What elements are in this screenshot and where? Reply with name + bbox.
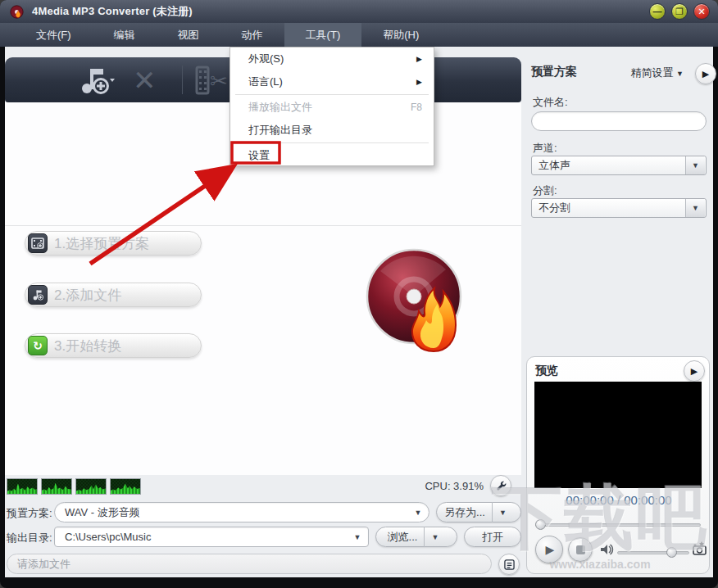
- cpu-meter-2: [41, 478, 72, 495]
- step2-add-files-button[interactable]: 2.添加文件: [25, 283, 202, 307]
- preset-film-icon: [28, 233, 48, 253]
- output-dir-row: 输出目录: C:\Users\pc\Music ▼ 浏览... ▼ 打开: [5, 527, 521, 548]
- cpu-meter-3: [75, 478, 107, 495]
- step3-start-convert-button[interactable]: ↻ 3.开始转换: [25, 333, 202, 358]
- cpu-meter-1: [7, 478, 38, 495]
- panel-collapse-button[interactable]: ▶: [695, 63, 716, 84]
- preview-panel: 预览 ▶ 00:00:00 / 00:00:00 ▶: [526, 356, 710, 574]
- output-dir-value: C:\Users\pc\Music: [55, 531, 347, 543]
- step1-label: 1.选择预置方案: [54, 234, 149, 253]
- remove-file-button[interactable]: ✕: [133, 57, 157, 102]
- play-icon: ▶: [546, 543, 555, 556]
- step1-choose-preset-button[interactable]: 1.选择预置方案: [25, 231, 202, 256]
- menu-item-settings[interactable]: 设置: [230, 144, 434, 167]
- shortcut-f8: F8: [411, 102, 422, 113]
- title-bar: 4Media MP3 Converter (未注册) — ❐ ✕: [0, 0, 718, 23]
- menu-edit[interactable]: 编辑: [93, 23, 157, 47]
- menu-item-language[interactable]: 语言(L) ▶: [230, 70, 434, 93]
- add-music-icon: [77, 64, 115, 97]
- cpu-usage-label: CPU: 3.91%: [425, 480, 484, 492]
- play-button[interactable]: ▶: [535, 536, 563, 563]
- add-note-icon: [28, 285, 48, 305]
- volume-icon: [599, 542, 614, 557]
- channel-label: 声道:: [533, 141, 557, 156]
- split-value: 不分割: [532, 201, 685, 215]
- menu-view[interactable]: 视图: [157, 23, 220, 47]
- browse-dropdown[interactable]: ▼: [424, 527, 445, 547]
- channel-select[interactable]: 立体声 ▼: [531, 156, 707, 175]
- preset-panel-header: 预置方案 精简设置 ▼ ▶: [525, 61, 713, 83]
- open-button[interactable]: 打开: [464, 527, 521, 547]
- menu-separator: [235, 94, 429, 95]
- settings-label: 设置: [248, 148, 270, 163]
- menu-item-open-output-dir[interactable]: 打开输出目录: [230, 119, 434, 142]
- chevron-down-icon: ▼: [685, 199, 705, 217]
- app-logo-icon: [10, 5, 24, 19]
- output-preset-row: 预置方案: WAV - 波形音频 ▼ 另存为... ▼: [5, 502, 521, 523]
- menu-help[interactable]: 帮助(H): [361, 23, 440, 47]
- submenu-arrow-icon: ▶: [416, 55, 422, 63]
- window-title: 4Media MP3 Converter (未注册): [32, 4, 193, 19]
- split-select[interactable]: 不分割 ▼: [531, 198, 707, 218]
- seek-slider[interactable]: [535, 519, 701, 530]
- save-as-button[interactable]: 另存为... ▼: [436, 502, 521, 522]
- language-label: 语言(L): [248, 75, 283, 89]
- flame-icon: [405, 284, 462, 353]
- preset-combo[interactable]: WAV - 波形音频 ▼: [54, 502, 429, 522]
- menu-tools[interactable]: 工具(T): [284, 23, 362, 47]
- list-header-divider: [5, 225, 521, 226]
- volume-slider[interactable]: [617, 547, 689, 558]
- chevron-down-icon: ▼: [676, 70, 684, 78]
- chevron-down-icon: ▼: [407, 509, 429, 517]
- close-button[interactable]: ✕: [693, 3, 710, 20]
- browse-label: 浏览...: [388, 530, 418, 545]
- filename-input[interactable]: [531, 111, 707, 131]
- convert-refresh-icon: ↻: [28, 336, 48, 355]
- browse-button[interactable]: 浏览... ▼: [375, 527, 457, 547]
- menu-item-play-output[interactable]: 播放输出文件 F8: [230, 96, 434, 119]
- simple-settings-label: 精简设置: [630, 66, 673, 79]
- remove-cross-icon: ✕: [133, 64, 157, 97]
- status-message: 请添加文件: [7, 554, 492, 574]
- preset-row-label: 预置方案:: [7, 506, 52, 521]
- split-label: 分割:: [533, 183, 557, 198]
- cpu-meter-4: [110, 478, 141, 495]
- volume-groove: [617, 551, 689, 554]
- preview-collapse-button[interactable]: ▶: [684, 360, 705, 382]
- clip-scissors-icon: ✂: [193, 64, 229, 97]
- list-icon: [504, 559, 515, 570]
- menu-item-appearance[interactable]: 外观(S) ▶: [230, 47, 434, 70]
- output-dir-combo[interactable]: C:\Users\pc\Music ▼: [54, 527, 369, 547]
- svg-text:✂: ✂: [210, 69, 228, 93]
- save-as-dropdown[interactable]: ▼: [492, 502, 513, 522]
- open-label: 打开: [482, 530, 503, 545]
- settings-wrench-button[interactable]: [490, 475, 511, 496]
- maximize-button[interactable]: ❐: [671, 3, 688, 20]
- seek-thumb[interactable]: [535, 519, 546, 530]
- play-output-label: 播放输出文件: [248, 100, 312, 115]
- menu-bar: 文件(F) 编辑 视图 动作 工具(T) 帮助(H): [0, 23, 718, 47]
- minimize-button[interactable]: —: [649, 3, 666, 20]
- menu-actions[interactable]: 动作: [220, 23, 284, 47]
- clip-button[interactable]: ✂: [193, 57, 229, 102]
- dir-row-label: 输出目录:: [7, 531, 52, 545]
- preset-panel: 预置方案 精简设置 ▼ ▶ 文件名: 声道: 立体声 ▼ 分割: 不分割 ▼: [525, 57, 713, 577]
- simple-settings-toggle[interactable]: 精简设置 ▼: [630, 66, 684, 80]
- preview-title: 预览: [535, 364, 558, 378]
- stop-button[interactable]: [568, 537, 593, 562]
- appearance-label: 外观(S): [248, 52, 284, 66]
- add-file-button[interactable]: [77, 57, 115, 102]
- chevron-down-icon: ▼: [685, 156, 705, 174]
- channel-value: 立体声: [532, 158, 685, 173]
- log-list-button[interactable]: [498, 554, 520, 575]
- snapshot-button[interactable]: [691, 539, 709, 557]
- wrench-icon: [495, 480, 507, 492]
- window-controls: — ❐ ✕: [649, 3, 710, 20]
- volume-thumb[interactable]: [666, 547, 677, 558]
- step3-label: 3.开始转换: [54, 337, 121, 355]
- preset-value: WAV - 波形音频: [55, 505, 407, 520]
- cpu-monitor-row: CPU: 3.91%: [5, 477, 521, 496]
- menu-file[interactable]: 文件(F): [15, 23, 93, 47]
- save-as-label: 另存为...: [444, 505, 485, 520]
- submenu-arrow-icon: ▶: [416, 78, 422, 86]
